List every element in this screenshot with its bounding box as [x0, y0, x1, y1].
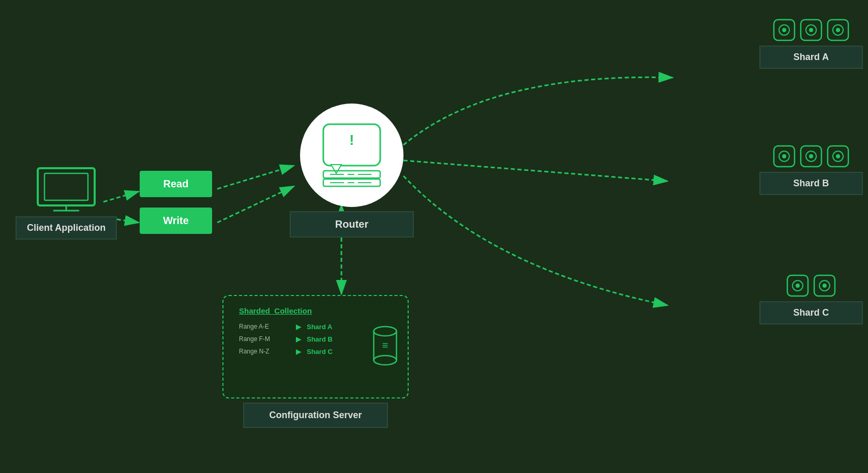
- read-write-group: Read Write: [140, 171, 212, 234]
- config-box: Sharded_Collection Range A-E ▶ Shard A R…: [222, 295, 409, 398]
- shard-b-node-primary: [773, 145, 796, 168]
- config-row-1: Range A-E ▶ Shard A: [239, 322, 392, 331]
- config-val-3: Shard C: [307, 348, 333, 356]
- client-label: Client Application: [27, 223, 106, 233]
- router-group: ! Router: [290, 104, 414, 238]
- router-to-shard-b: [403, 160, 667, 181]
- write-to-router-line: [217, 186, 294, 223]
- shard-b-node-2: [800, 145, 822, 168]
- svg-point-24: [782, 28, 786, 32]
- shard-a-group: Shard A: [759, 16, 863, 69]
- svg-rect-3: [44, 173, 88, 200]
- architecture-diagram: Client Application Read Write !: [0, 0, 868, 473]
- router-to-shard-c: [403, 176, 667, 305]
- shard-c-node-2: [813, 274, 836, 297]
- client-label-box: Client Application: [16, 216, 117, 240]
- router-label: Router: [335, 218, 368, 230]
- svg-point-30: [836, 28, 840, 32]
- svg-point-39: [836, 154, 840, 158]
- config-row-3: Range N-Z ▶ Shard C: [239, 347, 392, 356]
- connections-svg: [0, 0, 868, 473]
- config-key-2: Range F-M: [239, 335, 291, 343]
- svg-point-20: [374, 356, 397, 365]
- svg-point-27: [809, 28, 813, 32]
- router-circle: !: [300, 104, 403, 207]
- shard-a-node-3: [827, 19, 849, 41]
- config-server-label: Configuration Server: [269, 410, 362, 420]
- shard-a-node-primary: [773, 19, 796, 41]
- svg-point-33: [782, 154, 786, 158]
- config-val-1: Shard A: [307, 323, 332, 331]
- router-to-shard-a: [403, 77, 672, 145]
- shard-b-label-box: Shard B: [759, 172, 863, 195]
- shard-c-group: Shard C: [759, 274, 863, 324]
- config-server-group: Sharded_Collection Range A-E ▶ Shard A R…: [222, 295, 409, 428]
- svg-point-36: [809, 154, 813, 158]
- write-button[interactable]: Write: [140, 208, 212, 234]
- config-cylinder-icon: ≡: [371, 325, 399, 366]
- shard-a-label-box: Shard A: [759, 46, 863, 69]
- shard-c-node-primary: [786, 274, 809, 297]
- svg-marker-8: [331, 165, 341, 173]
- config-key-1: Range A-E: [239, 323, 291, 330]
- shard-a-nodes: [773, 16, 849, 41]
- shard-c-label: Shard C: [793, 307, 829, 318]
- config-key-3: Range N-Z: [239, 348, 291, 355]
- svg-text:≡: ≡: [382, 339, 388, 351]
- monitor-icon: [35, 166, 97, 212]
- svg-point-45: [822, 284, 827, 288]
- read-button[interactable]: Read: [140, 171, 212, 197]
- svg-point-42: [796, 284, 800, 288]
- svg-point-17: [374, 327, 397, 336]
- read-to-router-line: [217, 166, 294, 189]
- shard-a-label: Shard A: [794, 52, 829, 62]
- shard-b-label: Shard B: [793, 178, 829, 188]
- config-server-label-box: Configuration Server: [243, 403, 388, 428]
- shard-b-group: Shard B: [759, 145, 863, 195]
- shard-b-node-3: [827, 145, 849, 168]
- config-val-2: Shard B: [307, 335, 333, 343]
- config-title: Sharded_Collection: [239, 306, 392, 315]
- config-row-2: Range F-M ▶ Shard B: [239, 335, 392, 343]
- svg-text:!: !: [349, 132, 354, 148]
- router-icon: !: [316, 119, 388, 191]
- shard-a-node-2: [800, 19, 822, 41]
- shard-c-nodes: [786, 274, 836, 297]
- router-label-box: Router: [290, 211, 414, 238]
- shard-c-label-box: Shard C: [759, 301, 863, 324]
- shard-b-nodes: [773, 145, 849, 168]
- client-application: Client Application: [16, 166, 117, 240]
